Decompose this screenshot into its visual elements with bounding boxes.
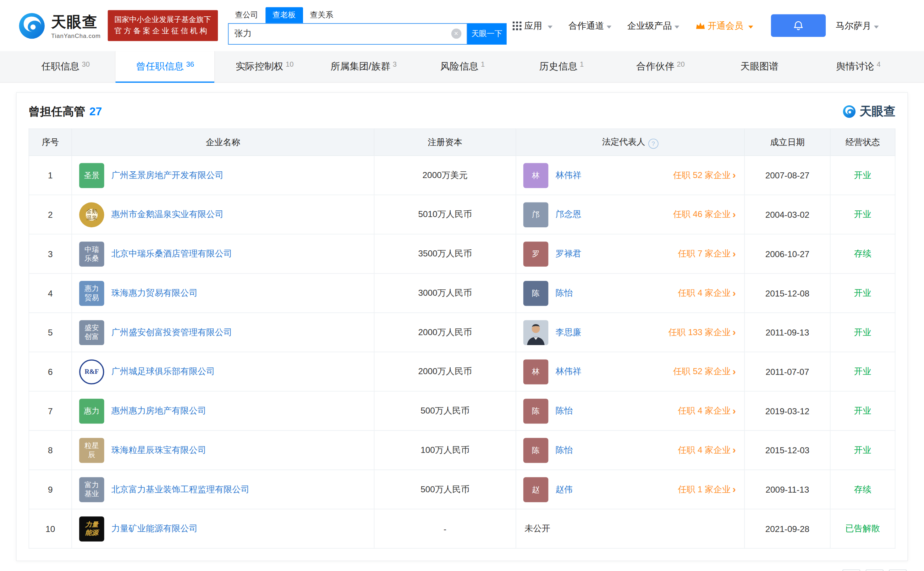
apps-menu[interactable]: 应用 bbox=[512, 20, 552, 31]
established-date: 2015-12-08 bbox=[745, 273, 830, 313]
tab-label: 舆情讨论 bbox=[836, 60, 874, 73]
page-1[interactable]: 1 bbox=[819, 569, 837, 571]
company-cell: 粒星 辰珠海粒星辰珠宝有限公司 bbox=[72, 431, 374, 470]
page-3[interactable]: 3 bbox=[866, 569, 884, 571]
pagination: 1 2 3 › bbox=[17, 569, 907, 571]
tab-label: 所属集团/族群 bbox=[331, 60, 390, 73]
legal-rep-avatar: 陈 bbox=[524, 281, 548, 306]
company-cell: 惠力惠州惠力房地产有限公司 bbox=[72, 391, 374, 431]
company-link[interactable]: 力量矿业能源有限公司 bbox=[111, 523, 198, 534]
tab-item[interactable]: 实际控制权10 bbox=[215, 51, 314, 82]
search-input[interactable] bbox=[229, 29, 451, 38]
legal-rep-link[interactable]: 林伟祥 bbox=[555, 366, 581, 377]
column-header-label: 经营状态 bbox=[845, 137, 880, 147]
page-2[interactable]: 2 bbox=[842, 569, 860, 571]
company-link[interactable]: 北京富力基业装饰工程监理有限公司 bbox=[111, 484, 249, 495]
company-link[interactable]: 北京中瑞乐桑酒店管理有限公司 bbox=[111, 248, 232, 259]
table-header-row: 序号企业名称注册资本法定代表人?成立日期经营状态 bbox=[29, 129, 895, 156]
app: 天眼查 TianYanCha.com 国家中小企业发展子基金旗下 官方备案企业征… bbox=[0, 0, 924, 571]
row-index: 2 bbox=[29, 195, 72, 234]
tab-item[interactable]: 所属集团/族群3 bbox=[314, 51, 413, 82]
positions-link[interactable]: 任职 4 家企业› bbox=[678, 287, 736, 299]
tab-item[interactable]: 历史信息1 bbox=[512, 51, 611, 82]
legal-rep-link[interactable]: 林伟祥 bbox=[555, 170, 581, 181]
search-tab[interactable]: 查关系 bbox=[303, 7, 340, 23]
legal-rep-link[interactable]: 李思廉 bbox=[555, 327, 581, 338]
legal-rep-link[interactable]: 罗禄君 bbox=[555, 248, 581, 259]
tab-item[interactable]: 风险信息1 bbox=[413, 51, 512, 82]
company-link[interactable]: 珠海粒星辰珠宝有限公司 bbox=[111, 444, 207, 456]
user-menu[interactable]: 马尔萨月 bbox=[836, 20, 879, 31]
nav-cooperation-channel[interactable]: 合作通道 bbox=[569, 20, 611, 31]
chevron-right-icon: › bbox=[732, 406, 736, 416]
company-link[interactable]: 广州盛安创富投资管理有限公司 bbox=[111, 327, 232, 338]
tab-count: 1 bbox=[481, 60, 485, 68]
nav-label: 合作通道 bbox=[569, 20, 604, 31]
search-tab[interactable]: 查公司 bbox=[228, 7, 266, 23]
legal-rep-cell: 林林伟祥任职 52 家企业› bbox=[516, 156, 745, 195]
chevron-right-icon: › bbox=[732, 445, 736, 455]
search-button[interactable]: 天眼一下 bbox=[467, 23, 506, 44]
chevron-right-icon: › bbox=[732, 485, 736, 495]
company-link[interactable]: 惠州惠力房地产有限公司 bbox=[111, 405, 207, 417]
business-status: 开业 bbox=[830, 313, 895, 352]
tab-item[interactable]: 天眼图谱 bbox=[710, 51, 809, 82]
legal-rep-link[interactable]: 陈怡 bbox=[555, 444, 573, 456]
nav-label: 开通会员 bbox=[708, 20, 743, 31]
clear-search-icon[interactable]: × bbox=[451, 29, 461, 39]
established-date: 2021-09-28 bbox=[745, 509, 830, 548]
legal-rep-cell: 陈陈怡任职 4 家企业› bbox=[516, 273, 745, 313]
bell-icon bbox=[793, 20, 804, 32]
tab-label: 实际控制权 bbox=[236, 60, 283, 73]
next-page-button[interactable]: › bbox=[889, 569, 907, 571]
badge-line1: 国家中小企业发展子基金旗下 bbox=[114, 14, 211, 26]
chevron-right-icon: › bbox=[732, 210, 736, 220]
positions-label: 任职 133 家企业 bbox=[668, 327, 731, 338]
tab-item[interactable]: 舆情讨论4 bbox=[809, 51, 908, 82]
nav-enterprise-products[interactable]: 企业级产品 bbox=[627, 20, 679, 31]
tab-active[interactable]: 曾任职信息36 bbox=[115, 51, 215, 82]
company-logo: R&F bbox=[79, 359, 104, 384]
brand-name: 天眼查 bbox=[51, 12, 101, 32]
legal-rep-link[interactable]: 陈怡 bbox=[555, 405, 573, 417]
positions-link[interactable]: 任职 133 家企业› bbox=[668, 327, 735, 338]
legal-rep-avatar: 赵 bbox=[524, 477, 548, 502]
tab-item[interactable]: 合作伙伴20 bbox=[611, 51, 710, 82]
tab-label: 曾任职信息 bbox=[136, 60, 184, 73]
tab-count: 30 bbox=[82, 60, 90, 68]
legal-rep-link[interactable]: 赵伟 bbox=[555, 484, 573, 495]
positions-link[interactable]: 任职 1 家企业› bbox=[678, 484, 736, 495]
registered-capital: 500万人民币 bbox=[374, 391, 516, 431]
top-header: 天眼查 TianYanCha.com 国家中小企业发展子基金旗下 官方备案企业征… bbox=[0, 0, 924, 51]
tab-item[interactable]: 任职信息30 bbox=[16, 51, 115, 82]
positions-label: 任职 52 家企业 bbox=[673, 170, 731, 181]
notification-button[interactable] bbox=[771, 14, 825, 37]
registered-capital: 500万人民币 bbox=[374, 470, 516, 509]
legal-rep-avatar: 林 bbox=[524, 163, 548, 188]
positions-link[interactable]: 任职 4 家企业› bbox=[678, 405, 736, 417]
help-icon[interactable]: ? bbox=[648, 138, 658, 148]
registered-capital: 3500万人民币 bbox=[374, 234, 516, 273]
established-date: 2009-11-13 bbox=[745, 470, 830, 509]
legal-rep-link[interactable]: 陈怡 bbox=[555, 287, 573, 299]
company-link[interactable]: 广州城足球俱乐部有限公司 bbox=[111, 366, 215, 377]
positions-link[interactable]: 任职 4 家企业› bbox=[678, 444, 736, 456]
tianyancha-logo[interactable]: 天眼查 TianYanCha.com bbox=[18, 12, 100, 40]
column-header: 法定代表人? bbox=[516, 129, 745, 156]
company-link[interactable]: 珠海惠力贸易有限公司 bbox=[111, 287, 198, 299]
positions-link[interactable]: 任职 52 家企业› bbox=[673, 170, 736, 181]
registered-capital: 2000万人民币 bbox=[374, 352, 516, 391]
business-status: 开业 bbox=[830, 352, 895, 391]
legal-rep-link[interactable]: 邝念恩 bbox=[555, 209, 581, 220]
business-status: 存续 bbox=[830, 234, 895, 273]
brand-domain: TianYanCha.com bbox=[51, 32, 101, 39]
positions-link[interactable]: 任职 7 家企业› bbox=[678, 248, 736, 259]
positions-link[interactable]: 任职 52 家企业› bbox=[673, 366, 736, 377]
company-link[interactable]: 惠州市金鹅温泉实业有限公司 bbox=[111, 209, 224, 220]
legal-rep-avatar: 罗 bbox=[524, 241, 548, 266]
chevron-down-icon bbox=[547, 26, 552, 31]
company-link[interactable]: 广州圣景房地产开发有限公司 bbox=[111, 170, 224, 181]
positions-link[interactable]: 任职 46 家企业› bbox=[673, 209, 736, 220]
nav-open-vip[interactable]: 开通会员 bbox=[695, 20, 753, 31]
search-tab[interactable]: 查老板 bbox=[266, 7, 303, 23]
